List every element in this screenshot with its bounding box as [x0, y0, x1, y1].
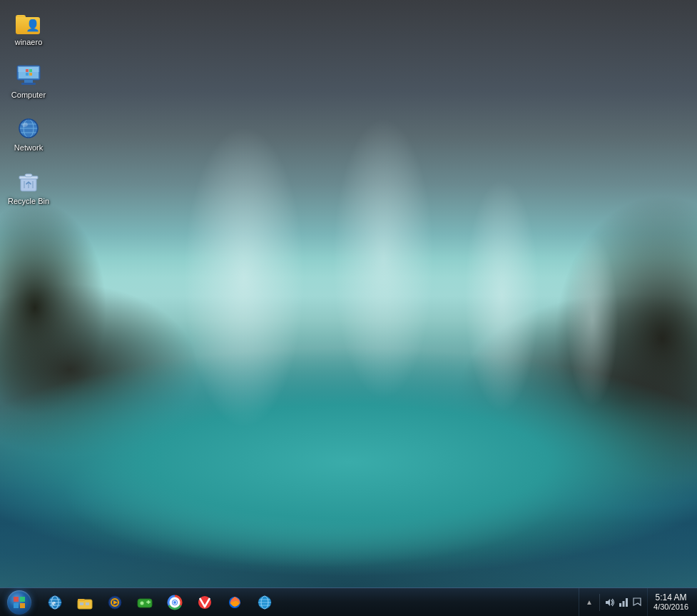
system-tray: ▲: [579, 588, 697, 617]
tray-icons: ▲: [579, 588, 647, 617]
desktop-icon-network[interactable]: Network: [0, 111, 57, 157]
recycle-bin-icon: [16, 169, 41, 195]
svg-rect-56: [623, 601, 625, 607]
svg-rect-8: [29, 73, 32, 76]
taskbar-network-app[interactable]: [250, 590, 279, 615]
taskbar-items: e: [40, 588, 579, 617]
desktop-icons: 👤 winaero Com: [0, 0, 57, 210]
taskbar-chrome[interactable]: [161, 590, 189, 615]
svg-rect-38: [138, 599, 152, 607]
svg-rect-55: [619, 603, 621, 607]
tray-separator: [599, 594, 600, 611]
wallpaper: [0, 0, 697, 616]
svg-rect-7: [26, 73, 29, 76]
desktop-icon-computer[interactable]: Computer: [0, 58, 57, 104]
tray-action-center[interactable]: [631, 597, 643, 608]
taskbar-wmp[interactable]: [101, 590, 129, 615]
computer-label: Computer: [11, 91, 46, 100]
desktop-icon-winaero[interactable]: 👤 winaero: [0, 6, 57, 51]
taskbar-games[interactable]: [131, 590, 159, 615]
svg-rect-57: [626, 598, 628, 607]
svg-rect-41: [148, 600, 149, 604]
start-button[interactable]: [0, 588, 39, 617]
svg-point-39: [141, 601, 144, 605]
svg-rect-5: [26, 69, 29, 72]
svg-text:e: e: [52, 598, 56, 607]
tray-volume[interactable]: [604, 597, 616, 608]
svg-rect-4: [21, 83, 36, 85]
desktop: 👤 winaero Com: [0, 0, 697, 616]
svg-rect-23: [20, 597, 25, 602]
tray-show-hidden[interactable]: ▲: [584, 597, 595, 608]
svg-rect-34: [86, 602, 89, 605]
winaero-label: winaero: [15, 38, 43, 47]
taskbar-firefox[interactable]: [220, 590, 249, 615]
clock-date: 4/30/2016: [653, 602, 688, 612]
desktop-icon-recycle-bin[interactable]: Recycle Bin: [0, 165, 57, 210]
taskbar-explorer[interactable]: [71, 590, 99, 615]
svg-rect-25: [20, 603, 25, 608]
svg-rect-22: [14, 597, 19, 602]
recycle-bin-label: Recycle Bin: [8, 197, 49, 206]
taskbar: e: [0, 587, 697, 616]
network-icon: [16, 115, 41, 141]
winaero-icon: 👤: [16, 10, 41, 36]
svg-rect-6: [29, 69, 32, 72]
svg-rect-33: [80, 602, 83, 605]
tray-network[interactable]: [618, 597, 629, 608]
taskbar-ie[interactable]: e: [41, 590, 69, 615]
clock[interactable]: 5:14 AM 4/30/2016: [647, 588, 694, 617]
start-orb: [7, 590, 31, 615]
network-label: Network: [14, 143, 43, 153]
clock-time: 5:14 AM: [656, 592, 687, 602]
svg-rect-3: [24, 80, 33, 83]
svg-rect-24: [14, 603, 19, 608]
svg-point-45: [173, 601, 176, 604]
svg-rect-18: [25, 174, 32, 177]
svg-marker-54: [606, 599, 610, 606]
taskbar-vivaldi[interactable]: [190, 590, 219, 615]
computer-icon: [16, 63, 41, 88]
